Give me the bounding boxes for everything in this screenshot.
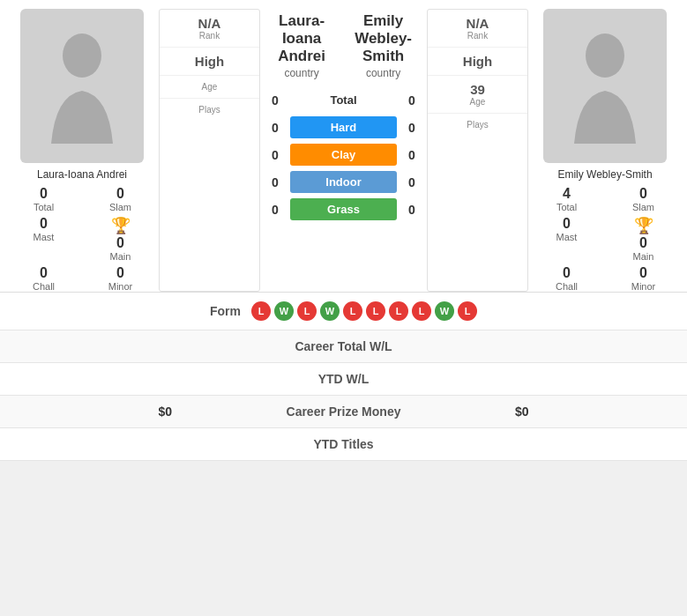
- left-country: country: [262, 67, 341, 79]
- right-slam-lbl: Slam: [632, 202, 654, 212]
- left-peak-row: High: [160, 48, 259, 76]
- surface-indoor-btn[interactable]: Indoor: [290, 171, 397, 193]
- left-total-lbl: Total: [34, 202, 54, 212]
- right-stat-total: 4 Total: [530, 186, 603, 212]
- right-stats-grid: 4 Total 0 Slam 0 Mast 🏆 0 Main 0: [530, 186, 680, 292]
- form-badge: L: [458, 301, 477, 321]
- form-badge: L: [389, 301, 408, 321]
- right-slam-val: 0: [639, 186, 647, 202]
- left-mast-lbl: Mast: [34, 232, 55, 242]
- right-country: country: [341, 67, 425, 79]
- ytd-wl-row: YTD W/L: [0, 363, 687, 396]
- left-plays-row: Plays: [160, 99, 259, 121]
- right-total-lbl: Total: [556, 202, 577, 212]
- left-minor-val: 0: [116, 265, 124, 281]
- left-slam-val: 0: [116, 186, 124, 202]
- left-rank-lbl: Rank: [167, 31, 252, 41]
- right-stat-main: 🏆 0 Main: [607, 216, 680, 262]
- left-title-name: Laura-Ioana Andrei: [262, 12, 341, 65]
- right-stat-mast: 0 Mast: [530, 216, 603, 262]
- form-badge: W: [274, 301, 294, 321]
- svg-point-1: [586, 33, 624, 78]
- right-avatar: [543, 9, 667, 163]
- right-age-lbl: Age: [435, 97, 520, 107]
- hard-score-right: 0: [399, 121, 425, 135]
- hard-score-left: 0: [262, 121, 288, 135]
- left-stat-total: 0 Total: [7, 186, 80, 212]
- surface-grass-btn[interactable]: Grass: [290, 198, 397, 220]
- right-peak-row: High: [428, 48, 527, 76]
- left-rank-val: N/A: [167, 16, 252, 31]
- form-badge: L: [343, 301, 362, 321]
- right-player-name: Emily Webley-Smith: [557, 168, 652, 181]
- right-mast-val: 0: [563, 216, 571, 232]
- total-score-right: 0: [399, 93, 425, 108]
- surface-clay-row: 0 Clay 0: [262, 144, 425, 166]
- left-minor-lbl: Minor: [108, 281, 133, 292]
- surface-total-btn[interactable]: Total: [290, 89, 397, 111]
- left-player-title: Laura-Ioana Andrei country: [262, 12, 341, 79]
- left-player-section: Laura-Ioana Andrei 0 Total 0 Slam 0 Mast…: [7, 9, 157, 292]
- form-row: Form LWLWLLLLWL: [0, 293, 687, 330]
- left-stat-minor: 0 Minor: [84, 265, 157, 292]
- indoor-score-left: 0: [262, 175, 288, 189]
- left-total-val: 0: [40, 186, 48, 202]
- form-badge: W: [320, 301, 340, 321]
- career-wl-row: Career Total W/L: [0, 330, 687, 363]
- form-badge: L: [412, 301, 431, 321]
- form-badges: LWLWLLLLWL: [251, 301, 477, 321]
- form-label: Form: [210, 304, 241, 318]
- right-player-section: Emily Webley-Smith 4 Total 0 Slam 0 Mast…: [530, 9, 680, 292]
- left-stat-chall: 0 Chall: [7, 265, 80, 292]
- prize-row: $0 Career Prize Money $0: [0, 396, 687, 428]
- left-age-lbl: Age: [167, 82, 252, 92]
- left-main-lbl: Main: [110, 251, 131, 262]
- surface-clay-btn[interactable]: Clay: [290, 144, 397, 166]
- bottom-section: Form LWLWLLLLWL Career Total W/L YTD W/L…: [0, 292, 687, 461]
- comparison-area: Laura-Ioana Andrei 0 Total 0 Slam 0 Mast…: [0, 0, 687, 292]
- form-badge: L: [297, 301, 317, 321]
- ytd-titles-row: YTD Titles: [0, 428, 687, 461]
- form-center: Form LWLWLLLLWL: [172, 301, 515, 321]
- right-rank-val: N/A: [435, 16, 520, 31]
- surface-hard-btn[interactable]: Hard: [290, 116, 397, 138]
- right-total-val: 4: [563, 186, 571, 202]
- left-trophy-icon: 🏆: [111, 216, 131, 235]
- left-plays-lbl: Plays: [167, 105, 252, 115]
- indoor-score-right: 0: [399, 175, 425, 189]
- form-badge: L: [366, 301, 385, 321]
- ytd-wl-center: YTD W/L: [172, 372, 515, 386]
- right-rank-row: N/A Rank: [428, 10, 527, 48]
- right-info-box: N/A Rank High 39 Age Plays: [427, 9, 528, 292]
- left-avatar: [20, 9, 144, 163]
- clay-score-left: 0: [262, 148, 288, 162]
- right-mast-lbl: Mast: [556, 232, 578, 242]
- right-main-val: 0: [639, 235, 647, 251]
- left-stat-slam: 0 Slam: [84, 186, 157, 212]
- surface-indoor-row: 0 Indoor 0: [262, 171, 425, 193]
- grass-score-left: 0: [262, 203, 288, 217]
- surface-area: Laura-Ioana Andrei country Emily Webley-…: [260, 9, 427, 292]
- right-title-name: Emily Webley-Smith: [341, 12, 425, 65]
- left-chall-val: 0: [40, 265, 48, 281]
- right-stat-slam: 0 Slam: [607, 186, 680, 212]
- left-stat-main: 🏆 0 Main: [84, 216, 157, 262]
- right-age-val: 39: [435, 82, 520, 97]
- right-minor-val: 0: [639, 265, 647, 281]
- main-container: Laura-Ioana Andrei 0 Total 0 Slam 0 Mast…: [0, 0, 687, 461]
- left-chall-lbl: Chall: [33, 281, 55, 292]
- left-stats-grid: 0 Total 0 Slam 0 Mast 🏆 0 Main 0: [7, 186, 157, 292]
- right-chall-val: 0: [563, 265, 571, 281]
- right-peak-val: High: [435, 54, 520, 69]
- total-score-left: 0: [262, 93, 288, 108]
- left-age-row: Age: [160, 76, 259, 99]
- right-avatar-silhouette: [565, 29, 645, 144]
- right-stat-minor: 0 Minor: [607, 265, 680, 292]
- grass-score-right: 0: [399, 203, 425, 217]
- right-stat-chall: 0 Chall: [530, 265, 603, 292]
- surface-grass-row: 0 Grass 0: [262, 198, 425, 220]
- left-mast-val: 0: [40, 216, 48, 232]
- right-trophy-icon: 🏆: [634, 216, 653, 235]
- clay-score-right: 0: [399, 148, 425, 162]
- left-rank-row: N/A Rank: [160, 10, 259, 48]
